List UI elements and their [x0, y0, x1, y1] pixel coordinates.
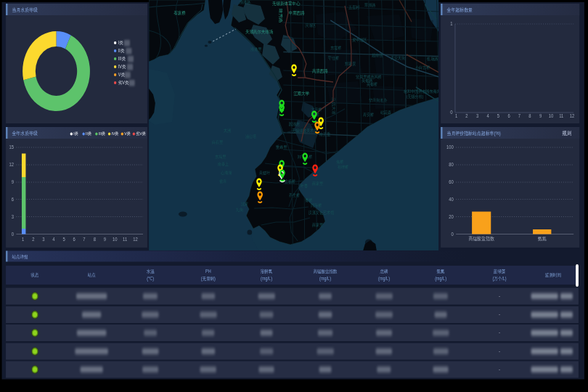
svg-text:同等桥: 同等桥 [311, 203, 322, 208]
svg-text:6: 6 [12, 197, 15, 203]
svg-text:无锡绿波美术馆: 无锡绿波美术馆 [292, 128, 318, 134]
svg-text:4: 4 [52, 237, 55, 242]
svg-text:V类: V类 [118, 73, 125, 77]
svg-text:60: 60 [449, 179, 454, 185]
svg-text:薛家里: 薛家里 [312, 223, 324, 227]
svg-text:沈家: 沈家 [241, 202, 249, 208]
svg-text:吴都路: 吴都路 [362, 78, 373, 84]
svg-text:0: 0 [450, 110, 453, 115]
svg-text:3: 3 [42, 237, 45, 242]
svg-text:8: 8 [528, 113, 531, 119]
svg-text:0: 0 [12, 232, 15, 237]
svg-text:高锰酸盐指数: 高锰酸盐指数 [468, 236, 494, 242]
svg-text:II类: II类 [118, 49, 125, 53]
svg-text:养生桥: 养生桥 [289, 193, 301, 197]
svg-text:叶春: 叶春 [301, 184, 309, 189]
svg-text:(无锡分校): (无锡分校) [407, 94, 424, 100]
svg-text:11: 11 [559, 113, 563, 119]
svg-text:立信大道: 立信大道 [331, 97, 335, 115]
svg-text:大洲: 大洲 [224, 128, 231, 134]
svg-text:1: 1 [22, 237, 25, 242]
svg-text:10: 10 [113, 237, 118, 242]
svg-text:9: 9 [12, 179, 15, 185]
svg-text:7: 7 [83, 237, 86, 242]
svg-text:油公塔: 油公塔 [245, 134, 257, 140]
svg-text:东堤桥: 东堤桥 [330, 46, 342, 52]
svg-text:汉溪文化艺术馆: 汉溪文化艺术馆 [309, 211, 335, 216]
svg-text:100: 100 [446, 144, 454, 150]
svg-text:高浪西路: 高浪西路 [312, 68, 328, 75]
svg-text:吴健叶: 吴健叶 [259, 171, 271, 176]
svg-text:7: 7 [518, 113, 521, 119]
svg-text:5: 5 [63, 237, 66, 242]
svg-text:中南西路: 中南西路 [289, 11, 305, 17]
svg-text:东坞里: 东坞里 [215, 155, 226, 159]
svg-text:III类: III类 [118, 57, 126, 61]
svg-text:天湖高尔夫球场: 天湖高尔夫球场 [245, 29, 273, 36]
svg-text:0: 0 [452, 232, 454, 237]
svg-text:滨湖区: 滨湖区 [305, 23, 317, 29]
svg-text:焦桥: 焦桥 [336, 160, 344, 164]
svg-text:古杨桥: 古杨桥 [285, 179, 296, 185]
svg-text:九街: 九街 [236, 208, 244, 213]
svg-text:12: 12 [9, 162, 14, 168]
svg-text:劣V类: 劣V类 [118, 81, 129, 86]
svg-text:4: 4 [486, 113, 489, 119]
svg-text:南正垂: 南正垂 [319, 132, 331, 136]
svg-text:薛家里: 薛家里 [312, 181, 324, 186]
svg-text:隆秀路: 隆秀路 [278, 9, 283, 23]
svg-text:渔港路: 渔港路 [240, 0, 251, 5]
svg-text:12: 12 [133, 237, 138, 242]
svg-text:祖律桥: 祖律桥 [338, 165, 349, 169]
svg-text:15: 15 [9, 144, 14, 150]
svg-text:梁中地区: 梁中地区 [352, 37, 367, 43]
svg-text:6: 6 [73, 237, 75, 242]
svg-text:IV类: IV类 [118, 65, 126, 69]
svg-text:天安大街: 天安大街 [391, 56, 406, 62]
svg-text:江南大学: 江南大学 [293, 91, 309, 97]
svg-text:石废桥: 石废桥 [173, 10, 185, 17]
svg-text:站花森: 站花森 [380, 110, 392, 116]
svg-text:3: 3 [12, 214, 15, 220]
svg-text:12: 12 [570, 113, 575, 119]
svg-text:华庄街道办: 华庄街道办 [369, 98, 388, 104]
svg-text:青桥: 青桥 [305, 198, 313, 203]
svg-text:1: 1 [450, 21, 453, 27]
svg-text:渔港里: 渔港里 [250, 47, 262, 53]
svg-text:白石里: 白石里 [212, 140, 224, 146]
svg-text:6: 6 [508, 113, 511, 119]
svg-text:南泰上: 南泰上 [218, 162, 229, 168]
svg-text:9: 9 [104, 237, 107, 242]
svg-text:小白古桥: 小白古桥 [415, 65, 430, 71]
svg-text:2: 2 [32, 237, 35, 242]
svg-text:20: 20 [449, 214, 454, 220]
svg-text:I类: I类 [118, 41, 123, 45]
svg-text:园湖居: 园湖居 [289, 122, 301, 128]
svg-text:80: 80 [449, 162, 454, 168]
svg-text:机场路: 机场路 [427, 57, 438, 62]
svg-text:氨氮: 氨氮 [538, 236, 547, 242]
svg-text:无锡新体育中心: 无锡新体育中心 [272, 1, 300, 7]
svg-text:11: 11 [123, 237, 127, 242]
svg-text:重峰里: 重峰里 [276, 145, 287, 150]
svg-text:2: 2 [465, 113, 468, 119]
svg-text:守佳桥: 守佳桥 [328, 56, 340, 60]
svg-text:10: 10 [549, 113, 554, 119]
svg-text:五星村: 五星村 [348, 5, 360, 11]
svg-text:1: 1 [455, 113, 458, 119]
svg-text:心海湖: 心海湖 [220, 171, 232, 176]
svg-text:3: 3 [476, 113, 479, 119]
svg-text:寿安桥: 寿安桥 [363, 113, 375, 117]
svg-text:5: 5 [497, 113, 500, 119]
svg-text:雀庄: 雀庄 [219, 179, 227, 184]
svg-text:40: 40 [449, 197, 454, 203]
svg-text:郑家景: 郑家景 [345, 62, 356, 66]
svg-text:超南强: 超南强 [372, 53, 383, 59]
svg-text:翠湖路: 翠湖路 [364, 3, 376, 9]
svg-text:9: 9 [539, 113, 542, 119]
svg-text:8: 8 [94, 237, 97, 242]
